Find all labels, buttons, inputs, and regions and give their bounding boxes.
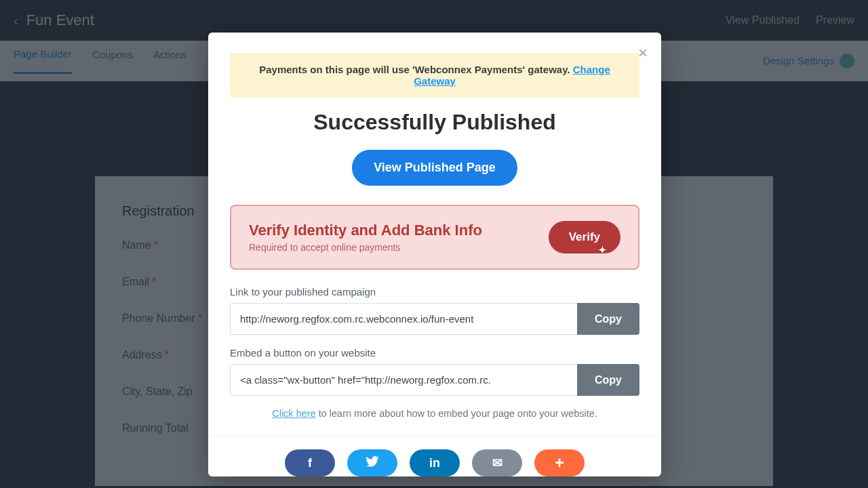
embed-code-input[interactable] (230, 364, 577, 396)
verify-subtitle: Required to accept online payments (249, 242, 482, 253)
link-label: Link to your published campaign (230, 286, 639, 298)
facebook-share-button[interactable]: f (285, 449, 335, 476)
more-share-button[interactable]: + (534, 449, 585, 476)
link-field-group: Link to your published campaign Copy (230, 286, 639, 335)
verify-card: Verify Identity and Add Bank Info Requir… (230, 205, 639, 270)
campaign-link-input[interactable] (230, 303, 577, 335)
twitter-icon (366, 456, 379, 470)
learn-more-text: Click here to learn more about how to em… (230, 408, 639, 419)
email-share-button[interactable]: ✉ (472, 449, 522, 476)
share-bar: f in ✉ + (208, 435, 661, 476)
learn-more-link[interactable]: Click here (272, 408, 315, 419)
embed-label: Embed a button on your website (230, 347, 639, 359)
twitter-share-button[interactable] (347, 449, 397, 476)
close-icon[interactable]: × (638, 45, 648, 61)
plus-icon: + (555, 453, 564, 472)
embed-field-group: Embed a button on your website Copy (230, 347, 639, 396)
modal-title: Successfully Published (208, 110, 661, 135)
publish-modal: × Payments on this page will use 'Webcon… (208, 33, 661, 476)
linkedin-share-button[interactable]: in (410, 449, 460, 476)
email-icon: ✉ (492, 455, 502, 470)
gateway-banner: Payments on this page will use 'Webconne… (230, 53, 639, 98)
banner-text: Payments on this page will use 'Webconne… (259, 64, 573, 75)
verify-title: Verify Identity and Add Bank Info (249, 222, 482, 239)
linkedin-icon: in (429, 456, 440, 470)
cursor-icon: ✦ (598, 244, 607, 256)
verify-button[interactable]: Verify ✦ (549, 221, 620, 253)
copy-embed-button[interactable]: Copy (577, 364, 639, 396)
view-published-page-button[interactable]: View Published Page (352, 150, 517, 186)
copy-link-button[interactable]: Copy (577, 303, 639, 335)
facebook-icon: f (308, 456, 312, 470)
